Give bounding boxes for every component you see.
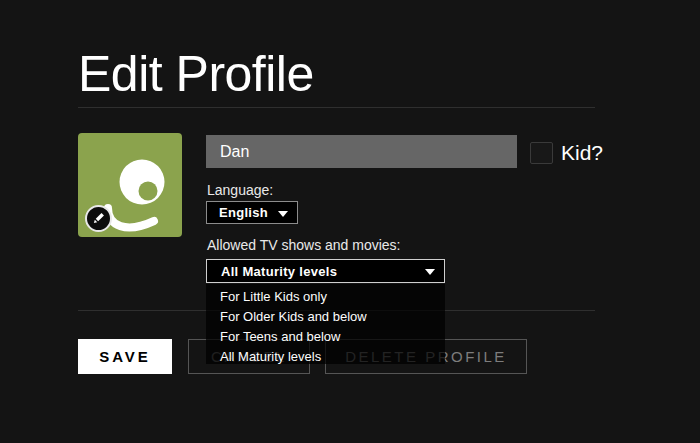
kid-checkbox[interactable] xyxy=(530,142,553,164)
maturity-selected-value: All Maturity levels xyxy=(221,264,337,279)
language-selected-value: English xyxy=(219,205,268,220)
page-title: Edit Profile xyxy=(78,49,314,99)
kid-checkbox-label: Kid? xyxy=(561,142,603,164)
language-label: Language: xyxy=(207,182,273,198)
chevron-down-icon xyxy=(278,211,288,217)
edit-profile-page: { "page": { "title": "Edit Profile", "ba… xyxy=(0,0,700,443)
save-button[interactable]: SAVE xyxy=(78,339,172,374)
menu-option-older-kids[interactable]: For Older Kids and below xyxy=(206,307,445,327)
menu-option-little-kids[interactable]: For Little Kids only xyxy=(206,287,445,307)
chevron-down-icon xyxy=(425,269,435,275)
maturity-label: Allowed TV shows and movies: xyxy=(207,237,401,253)
title-divider xyxy=(78,107,595,108)
pencil-icon xyxy=(91,211,106,226)
menu-option-all-maturity[interactable]: All Maturity levels xyxy=(206,347,445,367)
edit-avatar-button[interactable] xyxy=(85,205,112,232)
maturity-dropdown-menu: For Little Kids only For Older Kids and … xyxy=(206,284,445,364)
profile-name-input[interactable] xyxy=(206,135,517,168)
menu-option-teens[interactable]: For Teens and below xyxy=(206,327,445,347)
language-select[interactable]: English xyxy=(206,201,298,224)
maturity-select[interactable]: All Maturity levels xyxy=(206,259,445,283)
